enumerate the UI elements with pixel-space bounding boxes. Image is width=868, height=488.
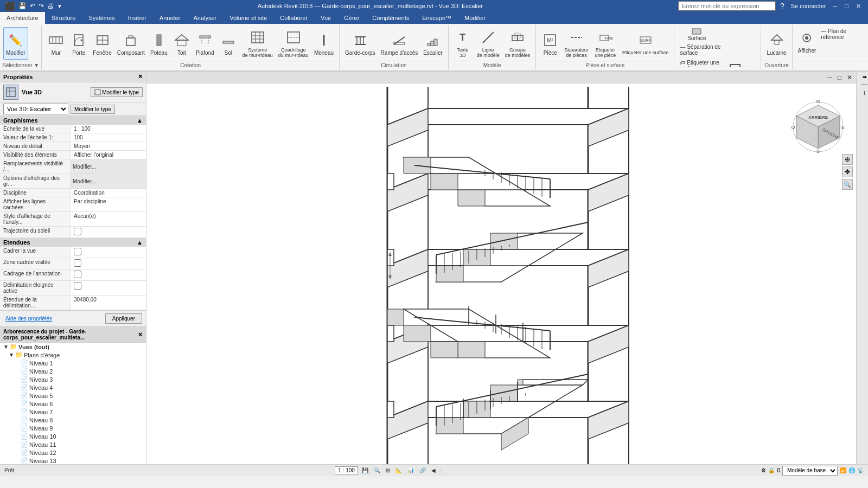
status-btn-4[interactable]: 📐: [394, 467, 404, 474]
btn-poteau[interactable]: Poteau: [148, 27, 170, 60]
btn-composant[interactable]: Composant: [115, 27, 147, 60]
btn-separateur-pieces[interactable]: Séparateurde pièces: [562, 27, 591, 60]
tab-systemes[interactable]: Systèmes: [82, 12, 121, 24]
tree-niveau5[interactable]: 📄Niveau 5: [0, 391, 146, 400]
right-btn-3[interactable]: ─: [858, 90, 867, 96]
btn-mur[interactable]: Mur: [45, 27, 67, 60]
checkbox-delimitation[interactable]: [74, 282, 81, 290]
canvas-maximize-btn[interactable]: □: [836, 74, 843, 81]
zoom-btn[interactable]: 🔍: [842, 179, 853, 190]
pan-btn[interactable]: ✥: [842, 166, 853, 177]
tab-structure[interactable]: Structure: [45, 12, 82, 24]
view-cube[interactable]: ARRIÈRE GAUCHE N E O S: [791, 100, 845, 154]
tree-niveau10[interactable]: 📄Niveau 10: [0, 432, 146, 440]
maximize-btn[interactable]: □: [842, 3, 851, 9]
status-btn-5[interactable]: 📊: [406, 467, 416, 474]
tree-niveau4[interactable]: 📄Niveau 4: [0, 383, 146, 391]
view-selector[interactable]: Vue 3D: Escalier: [3, 104, 68, 114]
btn-plan-reference[interactable]: — Plan de référence: [819, 27, 867, 42]
tree-niveau1[interactable]: 📄Niveau 1: [0, 359, 146, 367]
btn-separation-surface[interactable]: — Séparation de surface: [678, 43, 724, 58]
checkbox-trajectoire[interactable]: [74, 228, 81, 235]
btn-texte3d[interactable]: T Texte3D: [452, 27, 474, 60]
status-btn-1[interactable]: 💾: [360, 467, 370, 474]
btn-plafond[interactable]: Plafond: [194, 27, 216, 60]
title-bar-controls[interactable]: ? Se connecter ─ □ ✕: [678, 1, 864, 11]
tab-analyser[interactable]: Analyser: [187, 12, 223, 24]
apply-btn[interactable]: Appliquer: [105, 313, 142, 324]
status-btn-3[interactable]: ⊞: [384, 467, 392, 474]
btn-groupe-modeles[interactable]: Groupede modèles: [503, 27, 533, 60]
quick-access-save[interactable]: 💾: [18, 2, 27, 10]
search-input[interactable]: [678, 1, 776, 11]
tab-modifier[interactable]: Modifier: [458, 12, 492, 24]
canvas-minimize-btn[interactable]: ─: [826, 74, 834, 81]
tree-niveau11[interactable]: 📄Niveau 11: [0, 440, 146, 448]
connect-btn[interactable]: Se connecter: [789, 3, 828, 9]
status-btn-7[interactable]: ◀: [430, 467, 437, 474]
btn-porte[interactable]: Porte: [68, 27, 90, 60]
tab-vue[interactable]: Vue: [314, 12, 337, 24]
btn-etiqueter-surface2[interactable]: 🏷 Etiqueter une surface: [678, 59, 724, 67]
help-icon[interactable]: ?: [778, 2, 787, 10]
btn-afficher[interactable]: Afficher: [796, 27, 819, 55]
toggle-plans-etage[interactable]: ▼: [8, 352, 15, 358]
btn-piece[interactable]: M² Pièce: [539, 27, 561, 60]
tab-collaborer[interactable]: Collaborer: [273, 12, 314, 24]
btn-garde-corps[interactable]: Garde-corps: [343, 27, 378, 60]
toggle-vues-tout[interactable]: ▼: [2, 344, 10, 350]
modify-type-btn[interactable]: Modifier le type: [91, 87, 143, 97]
btn-lucarne[interactable]: Lucarne: [764, 27, 788, 60]
btn-sol[interactable]: Sol: [218, 27, 239, 60]
tree-niveau12[interactable]: 📄Niveau 12: [0, 448, 146, 457]
checkbox-zone-cadree[interactable]: [74, 259, 81, 267]
btn-meneau[interactable]: Meneau: [312, 27, 336, 60]
quick-access-more[interactable]: ▼: [57, 3, 62, 9]
btn-modifier[interactable]: ✏️ Modifier: [3, 27, 28, 60]
btn-escalier[interactable]: Escalier: [421, 27, 445, 60]
tree-vues-tout[interactable]: ▼ 📁 Vues (tout): [0, 343, 146, 351]
tree-niveau2[interactable]: 📄Niveau 2: [0, 367, 146, 375]
close-btn[interactable]: ✕: [853, 3, 864, 10]
canvas-close-btn[interactable]: ✕: [845, 74, 854, 81]
browser-close-btn[interactable]: ✕: [138, 331, 143, 338]
btn-quadrillage-rideau[interactable]: Quadrillagedu mur-rideau: [276, 27, 311, 60]
tab-volume[interactable]: Volume et site: [223, 12, 273, 24]
quick-access-print[interactable]: 🖨: [47, 2, 54, 10]
view-edit-btn[interactable]: Modifier le type: [71, 105, 115, 114]
checkbox-cadrage-annotation[interactable]: [74, 271, 81, 278]
checkbox-cadrer[interactable]: [74, 248, 81, 255]
status-btn-6[interactable]: 🔗: [418, 467, 427, 474]
tree-niveau3[interactable]: 📄Niveau 3: [0, 375, 146, 383]
tab-architecture[interactable]: Architecture: [0, 12, 45, 24]
btn-etiqueter-piece[interactable]: TAG Etiqueterune pièce: [592, 27, 619, 60]
aide-link[interactable]: Aide des propriétés: [2, 314, 55, 323]
properties-close-btn[interactable]: ✕: [138, 73, 143, 80]
btn-ligne-modele[interactable]: Lignede modèle: [475, 27, 502, 60]
btn-surface[interactable]: Surface: [678, 27, 716, 42]
tab-complements[interactable]: Compléments: [366, 12, 416, 24]
quick-access-undo[interactable]: ↶: [30, 2, 35, 10]
btn-remplacements[interactable]: Modifier...: [71, 159, 146, 174]
tree-niveau9[interactable]: 📄Niveau 9: [0, 424, 146, 432]
quick-access-redo[interactable]: ↷: [39, 2, 44, 10]
right-btn-2[interactable]: │: [858, 82, 867, 88]
btn-options-affichage[interactable]: Modifier...: [71, 174, 146, 188]
viewport[interactable]: ARRIÈRE GAUCHE N E O S ⊕ ✥ 🔍: [146, 84, 856, 464]
tree-niveau7[interactable]: 📄Niveau 7: [0, 408, 146, 416]
btn-toit[interactable]: Toit: [171, 27, 193, 60]
right-btn-1[interactable]: ⬆: [858, 74, 867, 80]
section-etendues[interactable]: Etendues ▲: [0, 238, 146, 247]
btn-rampe[interactable]: Rampe d'accès: [379, 27, 420, 60]
btn-mur-surface[interactable]: Mur: [724, 59, 746, 67]
status-btn-2[interactable]: 🔍: [372, 467, 382, 474]
tree-plans-etage[interactable]: ▼ 📁 Plans d'étage: [0, 351, 146, 359]
tab-enscape[interactable]: Enscape™: [416, 12, 458, 24]
tab-annoter[interactable]: Annoter: [153, 12, 187, 24]
btn-systeme-rideau[interactable]: Systèmede mur-rideau: [240, 27, 275, 60]
btn-fenetre[interactable]: Fenêtre: [91, 27, 113, 60]
tree-niveau8[interactable]: 📄Niveau 8: [0, 416, 146, 424]
browser-header[interactable]: Arborescence du projet - Garde-corps_pou…: [0, 327, 146, 343]
orbit-btn[interactable]: ⊕: [842, 154, 853, 165]
tab-inserer[interactable]: Insérer: [122, 12, 153, 24]
